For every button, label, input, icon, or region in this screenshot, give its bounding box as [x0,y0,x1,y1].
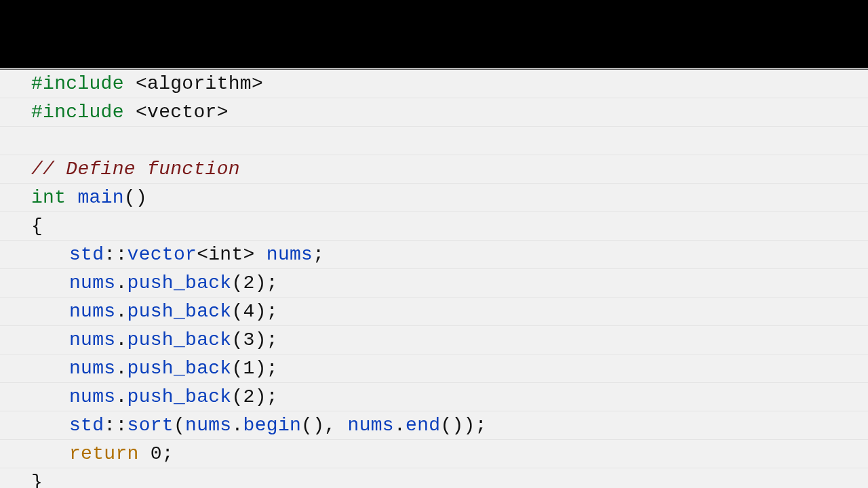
code-line: #include <vector> [0,98,868,127]
include-header: <algorithm> [136,73,263,94]
preprocessor-keyword: #include [31,73,124,94]
code-line: nums.push_back(4); [0,298,868,326]
code-line: #include <algorithm> [0,70,868,98]
code-line: int main() [0,184,868,212]
brace-close: } [31,472,43,488]
code-line-blank [0,127,868,155]
type-name: vector [127,244,197,265]
title-bar [0,0,868,68]
code-editor: #include <algorithm> #include <vector> /… [0,68,868,488]
code-line: return 0; [0,440,868,468]
method: push_back [127,386,232,407]
function-name: main [77,187,123,208]
type-keyword: int [31,187,66,208]
code-line: std::sort(nums.begin(), nums.end()); [0,411,868,440]
method: push_back [127,272,232,293]
code-line: std::vector<int> nums; [0,241,868,269]
preprocessor-keyword: #include [31,102,124,123]
method: push_back [127,329,232,350]
return-keyword: return [69,443,139,464]
brace-open: { [31,216,43,237]
function-call: sort [127,415,174,436]
include-header: <vector> [136,102,229,123]
namespace: std [69,244,104,265]
code-line: nums.push_back(1); [0,354,868,383]
parens: () [124,187,147,208]
method: push_back [127,358,232,379]
method: push_back [127,301,232,322]
code-line: nums.push_back(3); [0,326,868,354]
code-line: nums.push_back(2); [0,269,868,298]
code-line: nums.push_back(2); [0,383,868,411]
variable: nums [267,244,313,265]
code-line: { [0,212,868,241]
comment: // Define function [31,159,240,180]
code-line: } [0,468,868,488]
code-line: // Define function [0,155,868,184]
